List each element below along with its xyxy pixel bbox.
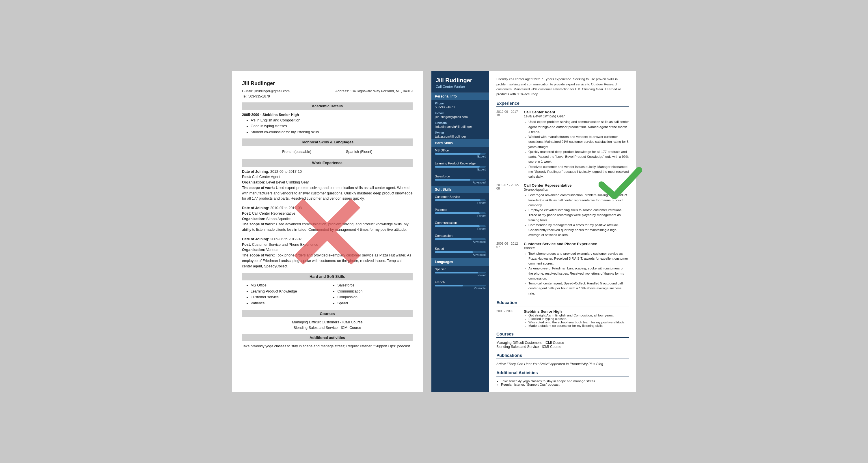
school-name: Stebbins Senior High xyxy=(524,309,629,313)
skill-track xyxy=(435,179,486,180)
lang-track xyxy=(435,272,486,273)
exp-bullet: Temp call center agent, SpeedyCollect. H… xyxy=(528,281,629,296)
skill-item: Learning Product Knowledge xyxy=(251,289,326,294)
academic-bullets: A's in English and Composition Good in t… xyxy=(251,118,413,135)
skills-header: Hard and Soft Skills xyxy=(242,273,413,280)
skill-label: Customer Service xyxy=(435,195,486,198)
skill-track xyxy=(435,238,486,240)
skill-fill xyxy=(435,238,471,240)
skills-row: French (passable) Spanish (Fluent) xyxy=(242,148,413,156)
job-title-3: Customer Service and Phone Experience xyxy=(524,242,629,246)
exp-bullet: Leveraged advanced communication, proble… xyxy=(528,193,629,208)
skill-track xyxy=(435,199,486,201)
skill-compassion: Compassion Advanced xyxy=(431,232,489,245)
skill-item: Speed xyxy=(337,301,412,306)
skill-speed: Speed Advanced xyxy=(431,245,489,258)
courses-list: Managing Difficult Customers - ICMI Cour… xyxy=(242,320,413,331)
skill-fill xyxy=(435,179,470,180)
exp-dates-1: 2012-09 - 2017-10 xyxy=(496,110,520,179)
edu-bullet: Was voted onto the school yearbook team … xyxy=(528,321,629,324)
skill-salesforce: Salesforce Advanced xyxy=(431,173,489,186)
lang-fill xyxy=(435,272,478,273)
skill-label: Communication xyxy=(435,221,486,225)
exp-bullet: Employed elevated listening skills to so… xyxy=(528,208,629,223)
skill-item: Patience xyxy=(251,301,326,306)
edu-bullet: Made a student co-counselor for my liste… xyxy=(528,324,629,327)
sidebar: Jill Rudlinger Call Center Worker Person… xyxy=(431,71,489,392)
skill-label: Salesforce xyxy=(435,174,486,178)
job-title-2: Call Center Representative xyxy=(524,183,629,188)
skill-ms-office: MS Office Expert xyxy=(431,147,489,160)
right-content: Friendly call center agent with 7+ years… xyxy=(489,71,636,392)
work-entry-2: Date of Joining: 2010-07 to 2012-08 Post… xyxy=(242,205,413,232)
exp-body-2: Call Center Representative Sirano Aquati… xyxy=(524,183,629,237)
course-1: Managing Difficult Customers - ICMI Cour… xyxy=(242,320,413,325)
edu-bullet: Excelled in typing classes. xyxy=(528,317,629,321)
activities-text: Take biweekly yoga classes to stay in sh… xyxy=(242,343,413,349)
linkedin-label: LinkedIn xyxy=(435,122,486,125)
skill-level: Expert xyxy=(435,168,486,171)
company-2: Sirano Aquatics xyxy=(524,188,629,192)
add-activities-header: Additional Activities xyxy=(496,370,629,376)
linkedin-value: linkedin.com/in/jillrudlinger xyxy=(435,125,472,128)
skill-spanish: Spanish (Fluent) xyxy=(346,149,372,155)
exp-bullet: Quickly mastered deep product knowledge … xyxy=(528,150,629,164)
skill-level: Expert xyxy=(435,155,486,158)
exp-entry-3: 2009-06 - 2012-07 Customer Service and P… xyxy=(496,242,629,296)
skill-track xyxy=(435,153,486,155)
soft-skills-header: Soft Skills xyxy=(431,186,489,193)
academic-bullet: A's in English and Composition xyxy=(251,118,413,123)
academic-bullet: Student co-counselor for my listening sk… xyxy=(251,130,413,135)
lang-label: Spanish xyxy=(435,267,486,271)
work-header: Work Experience xyxy=(242,159,413,167)
skill-fill xyxy=(435,251,473,253)
skill-item: Communication xyxy=(337,289,412,294)
lang-spanish: Spanish Fluent xyxy=(431,266,489,279)
skill-french: French (passable) xyxy=(282,149,311,155)
hard-skills-header: Hard Skills xyxy=(431,139,489,147)
activities-header: Additional activities xyxy=(242,334,413,341)
phone: Tel: 503-935-1679 xyxy=(242,94,290,99)
resume-right: Jill Rudlinger Call Center Worker Person… xyxy=(431,71,636,392)
lang-track xyxy=(435,285,486,287)
skill-track xyxy=(435,251,486,253)
edu-bullets: Got straight A's in English and Composit… xyxy=(528,313,629,327)
exp-dates-2: 2010-07 - 2012-08 xyxy=(496,183,520,237)
skill-level: Advanced xyxy=(435,181,486,184)
main-container: Jill Rudlinger E-Mail: jillrudlinger@gma… xyxy=(232,71,636,392)
skill-lpk: Learning Product Knowledge Expert xyxy=(431,160,489,173)
exp-dates-3: 2009-06 - 2012-07 xyxy=(496,242,520,296)
courses-header-right: Courses xyxy=(496,331,629,338)
exp-body-1: Call Center Agent Level Bevel Climbing G… xyxy=(524,110,629,179)
exp-bullet: Resolved customer and vendor issues quic… xyxy=(528,164,629,179)
exp-bullet: As employee of Friedman Landscaping, spo… xyxy=(528,266,629,281)
courses-header: Courses xyxy=(242,310,413,318)
exp-bullet: Took phone orders and provided exemplary… xyxy=(528,251,629,266)
exp-entry-1: 2012-09 - 2017-10 Call Center Agent Leve… xyxy=(496,110,629,179)
skill-item: Compassion xyxy=(337,295,412,300)
skill-track xyxy=(435,212,486,214)
skill-level: Expert xyxy=(435,201,486,204)
skill-item: Salesforce xyxy=(337,283,412,288)
resume-left: Jill Rudlinger E-Mail: jillrudlinger@gma… xyxy=(232,71,423,392)
academic-header: Academic Details xyxy=(242,102,413,110)
skill-label: MS Office xyxy=(435,148,486,152)
phone-label: Phone xyxy=(435,102,486,105)
linkedin-item: LinkedIn linkedin.com/in/jillrudlinger xyxy=(431,120,489,130)
edu-dates: 2005 - 2009 xyxy=(496,309,520,327)
academic-period: 2005-2009 - Stebbins Senior High xyxy=(242,112,413,118)
skill-patience: Patience Expert xyxy=(431,206,489,219)
job-title-1: Call Center Agent xyxy=(524,110,629,114)
sidebar-name-block: Jill Rudlinger Call Center Worker xyxy=(431,71,489,93)
email-item: E-mail jillrudlinger@gmail.com xyxy=(431,110,489,120)
skill-customer-service: Customer Service Expert xyxy=(431,193,489,206)
exp-bullets-2: Leveraged advanced communication, proble… xyxy=(528,193,629,237)
skill-fill xyxy=(435,166,479,168)
contact-left: E-Mail: jillrudlinger@gmail.com Tel: 503… xyxy=(242,89,290,99)
exp-bullets-1: Used expert problem solving and communic… xyxy=(528,120,629,179)
add-activities: Take biweekly yoga classes to stay in sh… xyxy=(496,379,629,386)
twitter-label: Twitter xyxy=(435,131,486,134)
edu-bullet: Got straight A's in English and Composit… xyxy=(528,313,629,317)
exp-bullet: Worked with manufacturers and vendors to… xyxy=(528,134,629,150)
skill-item: Customer service xyxy=(251,295,326,300)
